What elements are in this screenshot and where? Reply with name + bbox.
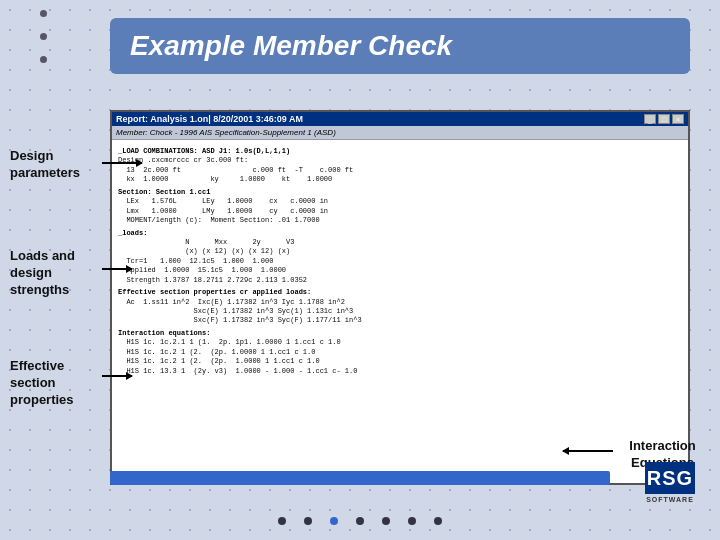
bottom-dot-3: [330, 517, 338, 525]
rsg-subtext: SOFTWARE: [646, 496, 694, 503]
loads-header: _loads:: [118, 229, 682, 238]
section-1-header: Section: Section 1.cc1: [118, 188, 682, 197]
report-title-text: Report: Analysis 1.on| 8/20/2001 3:46:09…: [116, 114, 303, 124]
maximize-button[interactable]: □: [658, 114, 670, 124]
interaction-row-1: H1S 1c. 1c.2.1 1 (1. 2p. 1p1. 1.0000 1 1…: [118, 338, 682, 347]
loads-label: Loads and design strengths: [10, 248, 100, 299]
dot-2: [40, 33, 47, 40]
interaction-row-4: H1S 1c. 13.3 1 (2y. v3) 1.0000 - 1.000 -…: [118, 367, 682, 376]
bottom-dot-4: [356, 517, 364, 525]
interaction-row-2: H1S 1c. 1c.2 1 (2. (2p. 1.0000 1 1.cc1 c…: [118, 348, 682, 357]
design-line-1: Design .cxcmcrccc cr 3c.000 ft:: [118, 156, 682, 165]
report-titlebar: Report: Analysis 1.on| 8/20/2001 3:46:09…: [112, 112, 688, 126]
loads-applied: Applied 1.0000 15.1c5 1.000 1.0000: [118, 266, 682, 275]
design-line-3: kx 1.0000 ky 1.0000 kt 1.0000: [118, 175, 682, 184]
effective-line-1: Ac 1.ss11 in^2 Ixc(E) 1.17382 in^3 Iyc 1…: [118, 298, 682, 307]
member-bar: Member: Chock - 1996 AIS Specification-S…: [112, 126, 688, 140]
loads-units: (x) (x 12) (x) (x 12) (x): [118, 247, 682, 256]
window-controls: _ □ ×: [644, 114, 684, 124]
effective-section-label: Effective section properties: [10, 358, 100, 409]
design-line-2: 13 2c.000 ft c.000 ft -T c.000 ft: [118, 166, 682, 175]
bottom-dot-2: [304, 517, 312, 525]
minimize-button[interactable]: _: [644, 114, 656, 124]
page-title-bar: Example Member Check: [110, 18, 690, 74]
bottom-dot-6: [408, 517, 416, 525]
bottom-dot-7: [434, 517, 442, 525]
design-parameters-label: Design parameters: [10, 148, 100, 182]
loads-cols: N Mxx 2y V3: [118, 238, 682, 247]
bottom-accent-bar: [110, 471, 610, 485]
interaction-row-3: H1S 1c. 1c.2 1 (2. (2p. 1.0000 1 1.cc1 c…: [118, 357, 682, 366]
dot-1: [40, 10, 47, 17]
bottom-dot-1: [278, 517, 286, 525]
loads-strength: Strength 1.3787 18.2711 2.729c 2.113 1.0…: [118, 276, 682, 285]
close-button[interactable]: ×: [672, 114, 684, 124]
section-moment: MOMENT/length (c): Moment Section: .01 1…: [118, 216, 682, 225]
bottom-decorative-dots: [0, 517, 720, 525]
effective-line-2: Sxc(E) 1.17382 in^3 Syc(1) 1.131c in^3: [118, 307, 682, 316]
left-decorative-dots: [40, 10, 47, 63]
design-parameters-arrow: [102, 162, 142, 164]
section-lex: LEx 1.576L LEy 1.0000 cx c.0000 in: [118, 197, 682, 206]
effective-section-arrow: [102, 375, 132, 377]
rsg-text: RSG: [645, 462, 695, 494]
bottom-dot-5: [382, 517, 390, 525]
page-title: Example Member Check: [130, 30, 670, 62]
interaction-equations-arrow: [563, 450, 613, 452]
loads-arrow: [102, 268, 132, 270]
interaction-header: Interaction equations:: [118, 329, 682, 338]
report-content: _LOAD COMBINATIONS: ASD J1: 1.0s(D,L,1,1…: [112, 140, 688, 475]
report-window: Report: Analysis 1.on| 8/20/2001 3:46:09…: [110, 110, 690, 485]
rsg-logo: RSG SOFTWARE: [635, 455, 705, 510]
effective-header: Effective section properties cr applied …: [118, 288, 682, 297]
loads-tcr: Tcr=1 1.000 12.1c5 1.000 1.000: [118, 257, 682, 266]
load-combo-header: _LOAD COMBINATIONS: ASD J1: 1.0s(D,L,1,1…: [118, 147, 682, 156]
dot-3: [40, 56, 47, 63]
effective-line-3: Sxc(F) 1.17382 in^3 Syc(F) 1.177/11 in^3: [118, 316, 682, 325]
section-lmx: Lmx 1.0000 LMy 1.0000 cy c.0000 in: [118, 207, 682, 216]
